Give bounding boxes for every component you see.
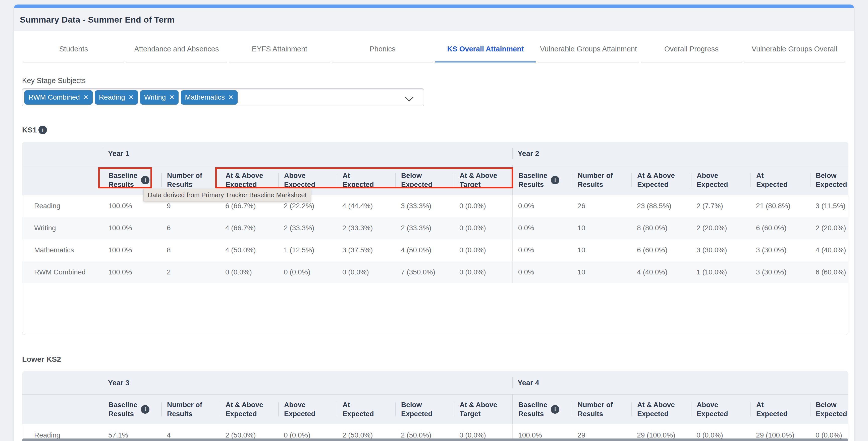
column-header-label: BelowExpected bbox=[816, 400, 847, 418]
info-icon[interactable]: i bbox=[551, 176, 559, 184]
column-header-line: Results bbox=[167, 409, 202, 418]
year-group-label: Year 4 bbox=[513, 379, 539, 387]
card-content: Students Attendance and Absences EYFS At… bbox=[14, 39, 854, 441]
year-group-header: Year 4 bbox=[513, 371, 848, 395]
tag-mathematics[interactable]: Mathematics ✕ bbox=[181, 90, 238, 105]
corner-cell bbox=[22, 142, 103, 165]
tag-reading[interactable]: Reading ✕ bbox=[95, 90, 138, 105]
tab-vulnerable-groups-attainment[interactable]: Vulnerable Groups Attainment bbox=[538, 39, 639, 63]
info-icon[interactable]: i bbox=[551, 405, 559, 414]
column-header: BaselineResultsi bbox=[513, 395, 572, 424]
row-label: RWM Combined bbox=[22, 261, 103, 283]
column-header-label: At & AboveExpected bbox=[637, 171, 675, 189]
column-header-line: Expected bbox=[343, 180, 374, 189]
column-header-content: BaselineResultsi bbox=[513, 171, 571, 189]
data-cell: 6 bbox=[161, 217, 220, 239]
column-header-line: At bbox=[756, 171, 787, 180]
column-header-label: AboveExpected bbox=[284, 400, 315, 418]
tab-attendance-and-absences[interactable]: Attendance and Absences bbox=[126, 39, 227, 63]
data-cell: 6 (60.0%) bbox=[750, 217, 810, 239]
row-label: Writing bbox=[22, 217, 103, 239]
year-group-row: Year 3Year 4 bbox=[22, 371, 848, 395]
data-cell: 2 (20.0%) bbox=[810, 217, 848, 239]
data-cell: 2 bbox=[161, 261, 220, 283]
column-header-line: At & Above bbox=[225, 400, 263, 409]
column-header-label: Number ofResults bbox=[578, 171, 613, 189]
column-header-line: Number of bbox=[167, 400, 202, 409]
tab-ks-overall-attainment[interactable]: KS Overall Attainment bbox=[435, 39, 536, 63]
column-header-label: AboveExpected bbox=[697, 171, 728, 189]
corner-cell bbox=[22, 395, 103, 424]
data-cell: 2 (33.3%) bbox=[278, 217, 337, 239]
column-header-line: Expected bbox=[284, 180, 315, 189]
data-cell: 0 (0.0%) bbox=[454, 217, 513, 239]
column-header-content: AtExpected bbox=[751, 171, 810, 189]
tab-eyfs-attainment[interactable]: EYFS Attainment bbox=[229, 39, 330, 63]
data-cell: 3 (33.3%) bbox=[395, 195, 454, 217]
column-header-line: Expected bbox=[225, 409, 263, 418]
column-header-line: Below bbox=[401, 171, 433, 180]
chevron-down-icon[interactable] bbox=[405, 93, 413, 102]
column-header-content: At & AboveExpected bbox=[632, 171, 691, 189]
horizontal-scrollbar[interactable] bbox=[22, 439, 848, 441]
column-header-line: Expected bbox=[343, 409, 374, 418]
remove-tag-icon[interactable]: ✕ bbox=[128, 94, 134, 101]
info-icon[interactable]: i bbox=[141, 176, 149, 184]
page-title: Summary Data - Summer End of Term bbox=[20, 15, 175, 25]
column-header-line: Expected bbox=[637, 180, 675, 189]
column-header: At & AboveTarget bbox=[454, 165, 513, 195]
column-header-label: BelowExpected bbox=[401, 400, 433, 418]
corner-cell bbox=[22, 371, 103, 395]
tag-writing[interactable]: Writing ✕ bbox=[140, 90, 179, 105]
data-cell: 0 (0.0%) bbox=[454, 195, 513, 217]
column-header: At & AboveExpected bbox=[220, 395, 278, 424]
tab-overall-progress[interactable]: Overall Progress bbox=[641, 39, 742, 63]
corner-cell bbox=[22, 165, 103, 195]
column-header-label: BaselineResults bbox=[518, 400, 547, 418]
column-header-line: Results bbox=[518, 180, 547, 189]
data-cell: 0.0% bbox=[513, 217, 572, 239]
column-header-content: Number ofResults bbox=[161, 400, 219, 418]
column-header-line: Expected bbox=[756, 180, 787, 189]
column-header-content: At & AboveExpected bbox=[220, 171, 278, 189]
remove-tag-icon[interactable]: ✕ bbox=[228, 94, 234, 101]
data-cell: 100.0% bbox=[103, 239, 161, 261]
column-header-line: Target bbox=[460, 180, 497, 189]
data-cell: 4 (66.7%) bbox=[220, 217, 278, 239]
remove-tag-icon[interactable]: ✕ bbox=[83, 94, 89, 101]
column-header: BelowExpected bbox=[395, 165, 454, 195]
ks1-section-heading: KS1 i bbox=[22, 126, 846, 134]
column-header-line: Results bbox=[578, 180, 613, 189]
data-cell: 1 (12.5%) bbox=[278, 239, 337, 261]
column-header-content: AtExpected bbox=[337, 400, 395, 418]
year-group-header: Year 3 bbox=[103, 371, 513, 395]
tag-rwm-combined[interactable]: RWM Combined ✕ bbox=[24, 90, 93, 105]
column-header-label: At & AboveTarget bbox=[460, 400, 497, 418]
column-header: AboveExpected bbox=[691, 395, 750, 424]
column-header-label: Number ofResults bbox=[167, 171, 202, 189]
tab-phonics[interactable]: Phonics bbox=[332, 39, 433, 63]
key-stage-subjects-select[interactable]: RWM Combined ✕ Reading ✕ Writing ✕ Mathe… bbox=[22, 88, 424, 106]
column-header-label: BaselineResults bbox=[108, 400, 137, 418]
data-cell: 1 (10.0%) bbox=[691, 261, 750, 283]
data-cell: 3 (37.5%) bbox=[337, 239, 395, 261]
info-icon[interactable]: i bbox=[141, 405, 149, 414]
remove-tag-icon[interactable]: ✕ bbox=[169, 94, 175, 101]
lower-ks2-table[interactable]: Year 3Year 4BaselineResultsiNumber ofRes… bbox=[22, 371, 848, 441]
data-cell: 21 (80.8%) bbox=[750, 195, 810, 217]
tab-students[interactable]: Students bbox=[23, 39, 124, 63]
data-cell: 2 (7.7%) bbox=[691, 195, 750, 217]
column-header-line: Results bbox=[518, 409, 547, 418]
tab-vulnerable-groups-overall[interactable]: Vulnerable Groups Overall bbox=[744, 39, 845, 63]
column-header-line: Results bbox=[108, 180, 137, 189]
ks1-table[interactable]: Year 1Year 2BaselineResultsiNumber ofRes… bbox=[22, 142, 848, 335]
column-header-line: At & Above bbox=[637, 400, 675, 409]
column-header-label: AtExpected bbox=[756, 171, 787, 189]
data-cell: 3 (30.0%) bbox=[750, 261, 810, 283]
card-top-accent bbox=[14, 4, 854, 8]
data-cell: 100.0% bbox=[103, 261, 161, 283]
column-header-line: Expected bbox=[225, 180, 263, 189]
info-icon[interactable]: i bbox=[38, 126, 47, 134]
column-header: BelowExpected bbox=[810, 395, 848, 424]
year-group-row: Year 1Year 2 bbox=[22, 142, 848, 165]
